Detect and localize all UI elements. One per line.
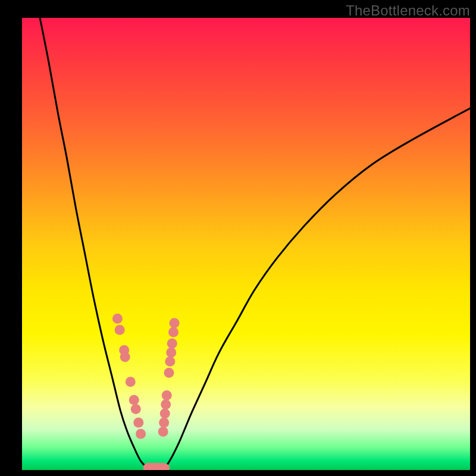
data-marker-right	[167, 339, 177, 349]
data-marker-left	[112, 314, 123, 324]
data-marker-left	[136, 429, 146, 439]
data-marker-right	[164, 368, 174, 378]
data-marker-right	[159, 418, 169, 428]
data-marker-right	[162, 390, 172, 400]
watermark-text: TheBottleneck.com	[346, 2, 470, 19]
data-marker-left	[115, 325, 125, 335]
data-marker-right	[165, 356, 175, 367]
data-marker-right	[160, 409, 170, 419]
data-marker-left	[120, 352, 130, 362]
data-marker-left	[126, 377, 136, 387]
data-marker-right	[170, 318, 180, 328]
data-marker-right	[166, 347, 176, 358]
data-marker-right	[158, 427, 168, 437]
chart-container: TheBottleneck.com	[0, 0, 476, 476]
series-right-curve	[165, 108, 470, 468]
data-marker-left	[133, 418, 143, 428]
data-marker-left	[129, 395, 139, 405]
data-marker-left	[131, 404, 141, 414]
plot-svg	[22, 18, 470, 470]
data-marker-right	[161, 399, 171, 409]
data-marker-right	[168, 327, 178, 337]
plot-area	[22, 18, 470, 470]
